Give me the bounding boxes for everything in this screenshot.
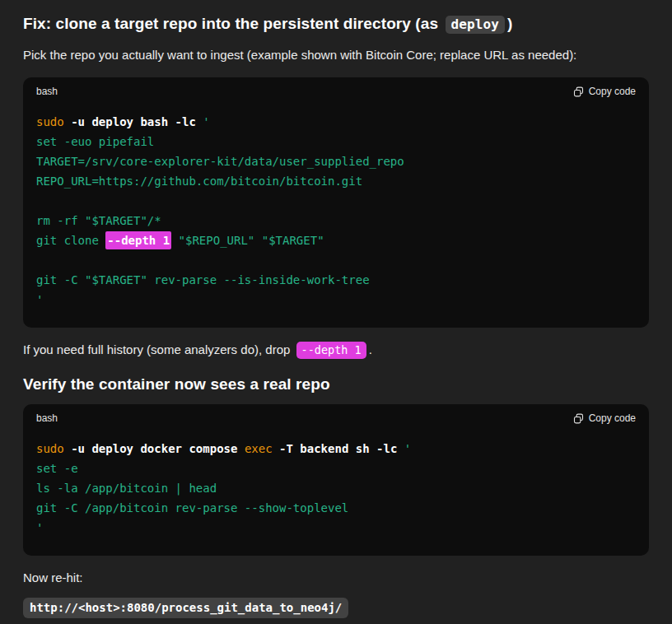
intro-paragraph: Pick the repo you actually want to inges… (23, 46, 649, 65)
code-content-clone: sudo -u deploy bash -lc ' set -euo pipef… (23, 104, 649, 328)
code-block-verify: bash Copy code sudo -u deploy docker com… (23, 404, 649, 556)
code-language-label: bash (36, 412, 58, 424)
full-history-note: If you need full history (some analyzers… (23, 341, 649, 360)
code-block-header: bash Copy code (23, 77, 649, 104)
copy-icon (573, 86, 584, 97)
endpoint-url-code: http://<host>:8080/process_git_data_to_n… (23, 598, 348, 618)
code-block-clone: bash Copy code sudo -u deploy bash -lc '… (23, 77, 649, 328)
copy-code-button[interactable]: Copy code (573, 412, 636, 424)
endpoint-url-line: http://<host>:8080/process_git_data_to_n… (23, 598, 649, 617)
inline-code: deploy (446, 16, 505, 34)
copy-code-label: Copy code (589, 412, 636, 424)
code-content-verify: sudo -u deploy docker compose exec -T ba… (23, 431, 649, 556)
code-language-label: bash (36, 86, 58, 97)
chat-message: Fix: clone a target repo into the persis… (0, 0, 672, 617)
copy-code-label: Copy code (589, 86, 636, 97)
inline-code-highlight: --depth 1 (296, 342, 366, 359)
heading-verify: Verify the container now sees a real rep… (23, 374, 649, 395)
heading-fix-clone: Fix: clone a target repo into the persis… (23, 13, 649, 35)
copy-icon (573, 413, 584, 424)
copy-code-button[interactable]: Copy code (573, 86, 636, 97)
code-block-header: bash Copy code (23, 404, 649, 431)
rehit-label: Now re-hit: (23, 569, 649, 588)
